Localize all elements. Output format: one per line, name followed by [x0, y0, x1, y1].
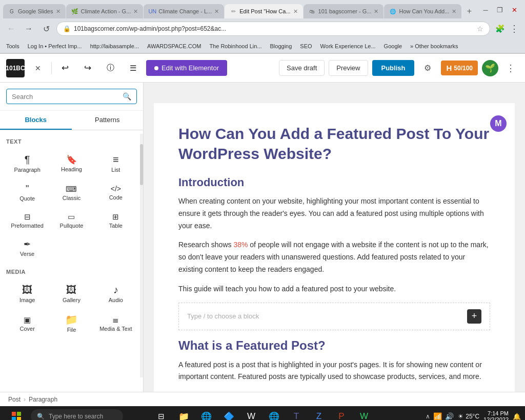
- bookmark-tools[interactable]: Tools: [4, 42, 22, 50]
- bookmark-perfectimp[interactable]: Log In • Perfect Imp...: [26, 42, 84, 50]
- browser-menu-button[interactable]: ⋮: [508, 22, 521, 35]
- search-box[interactable]: 🔍: [6, 89, 137, 104]
- search-icon[interactable]: 🔍: [123, 92, 131, 101]
- featured-para-1[interactable]: A featured post is a post that is highli…: [178, 359, 490, 384]
- block-table[interactable]: ⊞ Table: [95, 207, 137, 232]
- taskbar-word[interactable]: W: [241, 406, 261, 420]
- block-image[interactable]: 🖼 Image: [6, 279, 48, 307]
- taskbar-zoom[interactable]: Z: [309, 406, 329, 420]
- forward-button[interactable]: →: [22, 22, 36, 36]
- new-tab-button[interactable]: +: [462, 4, 476, 18]
- taskbar-search[interactable]: 🔍 Type here to search: [31, 409, 123, 420]
- browser-tab-5[interactable]: 🛍 101 bagscorner - G... ✕: [304, 4, 384, 18]
- taskbar-task-view[interactable]: ⊟: [151, 406, 171, 420]
- settings-gear-button[interactable]: ⚙: [418, 59, 437, 77]
- intro-para-2[interactable]: Research shows 38% of people will not en…: [178, 239, 490, 275]
- bookmark-laibasample[interactable]: http://laibasample...: [88, 42, 141, 50]
- block-list[interactable]: ≡ List: [95, 149, 137, 176]
- tab-close-5[interactable]: ✕: [374, 8, 378, 15]
- tab-close-1[interactable]: ✕: [56, 8, 60, 15]
- bookmark-awardspace[interactable]: AWARDSPACE.COM: [145, 42, 203, 50]
- seo-score-badge[interactable]: H 50/100: [441, 61, 478, 75]
- more-options-button[interactable]: ⋮: [502, 60, 519, 76]
- taskbar-speaker-icon[interactable]: 🔊: [445, 412, 454, 420]
- notification-bell-icon[interactable]: 🔔: [513, 413, 521, 421]
- tab-blocks[interactable]: Blocks: [0, 111, 72, 130]
- browser-tab-2[interactable]: 🌿 Climate Action - G... ✕: [66, 4, 144, 18]
- wp-logo[interactable]: 101BC: [6, 59, 25, 77]
- publish-button[interactable]: Publish: [372, 60, 415, 76]
- close-editor-button[interactable]: ✕: [29, 59, 47, 77]
- block-heading[interactable]: 🔖 Heading: [50, 149, 92, 176]
- add-block-button[interactable]: +: [467, 309, 481, 324]
- extensions-icon[interactable]: 🧩: [493, 22, 507, 35]
- taskbar-chrome[interactable]: 🌐: [264, 406, 284, 420]
- block-file[interactable]: 📁 File: [50, 309, 92, 336]
- reload-button[interactable]: ↺: [39, 22, 53, 36]
- taskbar-whatsapp[interactable]: W: [354, 406, 374, 420]
- minimize-button[interactable]: ─: [479, 3, 492, 16]
- browser-tab-3[interactable]: UN Climate Change - L... ✕: [144, 4, 224, 18]
- block-verse[interactable]: ✒ Verse: [6, 234, 48, 261]
- intro-para-3[interactable]: This guide will teach you how to add a f…: [178, 283, 490, 295]
- taskbar-file-explorer[interactable]: 📁: [173, 406, 194, 420]
- start-button[interactable]: [4, 406, 29, 420]
- browser-tab-4[interactable]: ✏ Edit Post "How Ca... ✕: [225, 4, 302, 18]
- tab-close-6[interactable]: ✕: [452, 8, 456, 15]
- bookmark-workexp[interactable]: Work Experience Le...: [318, 42, 378, 50]
- post-title[interactable]: How Can You Add a Featured Post To Your …: [178, 124, 490, 164]
- taskbar-chevron[interactable]: ∧: [426, 413, 430, 420]
- intro-heading[interactable]: Introduction: [178, 176, 490, 189]
- sidebar-scrollbar[interactable]: [140, 134, 143, 377]
- block-cover[interactable]: ▣ Cover: [6, 309, 48, 336]
- block-classic[interactable]: ⌨ Classic: [50, 178, 92, 205]
- info-button[interactable]: ⓘ: [101, 59, 119, 77]
- bookmark-other[interactable]: » Other bookmarks: [408, 42, 460, 50]
- intro-para-1[interactable]: When creating content on your website, h…: [178, 195, 490, 232]
- block-type-placeholder[interactable]: Type / to choose a block +: [178, 303, 490, 330]
- edit-with-elementor-button[interactable]: Edit with Elementor: [146, 60, 227, 76]
- block-media-text[interactable]: ≣ Media & Text: [95, 309, 137, 336]
- weather-widget[interactable]: ☀ 25°C: [458, 413, 479, 420]
- undo-button[interactable]: ↩: [56, 59, 74, 77]
- block-quote[interactable]: " Quote: [6, 178, 48, 205]
- featured-post-heading[interactable]: What is a Featured Post?: [178, 338, 490, 353]
- list-view-button[interactable]: ☰: [124, 59, 142, 77]
- browser-tab-6[interactable]: 🌐 How Can You Add... ✕: [384, 4, 461, 18]
- block-paragraph[interactable]: ¶ Paragraph: [6, 149, 48, 176]
- taskbar-network-icon[interactable]: 📶: [433, 412, 442, 420]
- clock-widget[interactable]: 7:14 PM 12/2/2022: [483, 410, 509, 420]
- block-pullquote[interactable]: ▭ Pullquote: [50, 207, 92, 232]
- block-code[interactable]: </> Code: [95, 178, 137, 205]
- content-area[interactable]: M How Can You Add a Featured Post To You…: [144, 83, 525, 392]
- tab-close-4[interactable]: ✕: [293, 8, 298, 15]
- close-button[interactable]: ✕: [508, 3, 521, 16]
- address-bar[interactable]: 🔒 101bagscorner.com/wp-admin/post.php?po…: [56, 22, 490, 36]
- search-input[interactable]: [12, 93, 118, 101]
- bookmark-seo[interactable]: SEO: [298, 42, 314, 50]
- save-draft-button[interactable]: Save draft: [279, 60, 325, 76]
- tab-close-2[interactable]: ✕: [133, 8, 138, 15]
- restore-button[interactable]: ❐: [493, 3, 507, 16]
- tab-patterns[interactable]: Patterns: [72, 111, 144, 130]
- browser-tab-1[interactable]: G Google Slides ✕: [3, 4, 66, 18]
- mrank-icon[interactable]: M: [490, 115, 507, 132]
- block-preformatted[interactable]: ⊟ Preformatted: [6, 207, 48, 232]
- user-avatar[interactable]: 🌱: [482, 60, 498, 76]
- bookmark-robinhood[interactable]: The Robinhood Lin...: [207, 42, 264, 50]
- star-icon[interactable]: ☆: [477, 25, 483, 33]
- block-audio[interactable]: ♪ Audio: [95, 279, 137, 307]
- taskbar-vscode[interactable]: 🔷: [218, 406, 239, 420]
- taskbar-edge[interactable]: 🌐: [196, 406, 216, 420]
- tab-close-3[interactable]: ✕: [214, 8, 219, 15]
- redo-button[interactable]: ↪: [78, 59, 97, 77]
- taskbar-teams[interactable]: T: [286, 406, 307, 420]
- breadcrumb-post[interactable]: Post: [8, 396, 21, 403]
- preview-button[interactable]: Preview: [329, 60, 368, 76]
- back-button[interactable]: ←: [4, 22, 18, 36]
- bookmark-google[interactable]: Google: [382, 42, 404, 50]
- bookmark-blogging[interactable]: Blogging: [268, 42, 294, 50]
- taskbar-powerpoint[interactable]: P: [331, 406, 352, 420]
- block-gallery[interactable]: 🖼 Gallery: [50, 279, 92, 307]
- featured-para-2[interactable]: You may have noticed when you go to your…: [178, 390, 490, 392]
